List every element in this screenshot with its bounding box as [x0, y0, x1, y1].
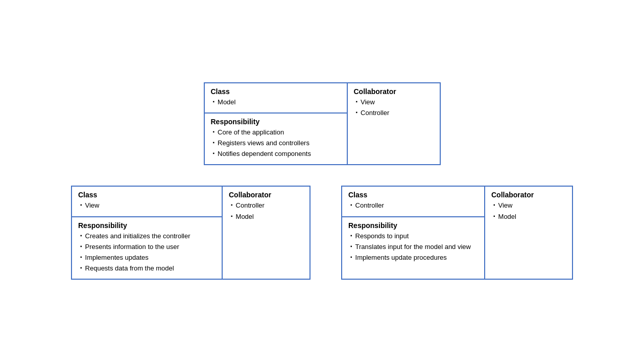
controller-resp-3-text: Implements update procedures — [355, 253, 447, 262]
model-class-section: Class ▪ Model — [205, 83, 347, 114]
view-resp-3: ▪ Implementes updates — [78, 253, 216, 262]
bullet-icon: ▪ — [80, 265, 82, 270]
model-collaborator-section: Collaborator ▪ View ▪ Controller — [348, 83, 440, 123]
view-class-item: ▪ View — [78, 201, 216, 210]
view-resp-3-text: Implementes updates — [85, 253, 149, 262]
view-collaborator-section: Collaborator ▪ Controller ▪ Model — [223, 187, 309, 227]
controller-resp-3: ▪ Implements update procedures — [348, 253, 478, 262]
bullet-icon: ▪ — [231, 202, 233, 208]
controller-resp-1-text: Responds to input — [355, 232, 409, 241]
controller-resp-1: ▪ Responds to input — [348, 232, 478, 241]
view-resp-4: ▪ Requests data from the model — [78, 264, 216, 273]
view-resp-1: ▪ Creates and initializes the controller — [78, 232, 216, 241]
view-class-title: Class — [78, 191, 216, 199]
model-card-left: Class ▪ Model Responsibility ▪ Core of t… — [205, 83, 348, 165]
model-collab-2-text: Controller — [361, 108, 389, 118]
controller-responsibility-title: Responsibility — [348, 221, 478, 230]
view-resp-1-text: Creates and initializes the controller — [85, 232, 190, 241]
controller-card-left: Class ▪ Controller Responsibility ▪ Resp… — [342, 187, 485, 279]
controller-class-section: Class ▪ Controller — [342, 187, 484, 217]
view-resp-4-text: Requests data from the model — [85, 264, 174, 273]
bullet-icon: ▪ — [350, 243, 352, 249]
bullet-icon: ▪ — [356, 109, 358, 115]
controller-collaborator-title: Collaborator — [491, 191, 566, 199]
bullet-icon: ▪ — [213, 129, 215, 134]
controller-resp-2: ▪ Translates input for the model and vie… — [348, 242, 478, 252]
view-collab-1-text: Controller — [236, 201, 265, 210]
bullet-icon: ▪ — [350, 202, 352, 208]
controller-class-item: ▪ Controller — [348, 201, 478, 210]
view-collaborator-title: Collaborator — [229, 191, 303, 199]
model-resp-1-text: Core of the application — [218, 128, 284, 137]
bullet-icon: ▪ — [80, 233, 82, 238]
model-responsibility-title: Responsibility — [211, 118, 341, 126]
view-class-section: Class ▪ View — [72, 187, 222, 217]
bullet-icon: ▪ — [493, 213, 495, 219]
bullet-icon: ▪ — [350, 254, 352, 260]
controller-class-title: Class — [348, 191, 478, 199]
model-card: Class ▪ Model Responsibility ▪ Core of t… — [204, 82, 441, 166]
model-resp-1: ▪ Core of the application — [211, 128, 341, 137]
view-resp-2-text: Presents information to the user — [85, 242, 179, 252]
model-resp-2: ▪ Registers views and controllers — [211, 139, 341, 148]
bullet-icon: ▪ — [493, 202, 495, 208]
controller-card-right: Collaborator ▪ View ▪ Model — [485, 187, 572, 279]
controller-resp-2-text: Translates input for the model and view — [355, 242, 471, 252]
view-collab-2: ▪ Model — [229, 212, 303, 221]
view-card-left: Class ▪ View Responsibility ▪ Creates an… — [72, 187, 223, 279]
model-card-right: Collaborator ▪ View ▪ Controller — [348, 83, 440, 165]
bullet-icon: ▪ — [350, 233, 352, 238]
bullet-icon: ▪ — [80, 254, 82, 260]
model-responsibility-section: Responsibility ▪ Core of the application… — [205, 114, 347, 165]
model-collab-1: ▪ View — [354, 98, 434, 107]
controller-collaborator-section: Collaborator ▪ View ▪ Model — [485, 187, 572, 227]
controller-collab-2-text: Model — [498, 212, 516, 221]
bullet-icon: ▪ — [213, 99, 215, 104]
model-resp-3: ▪ Notifies dependent components — [211, 149, 341, 159]
view-responsibility-title: Responsibility — [78, 221, 216, 230]
model-class-item: ▪ Model — [211, 98, 341, 107]
bullet-icon: ▪ — [80, 202, 82, 208]
model-collaborator-title: Collaborator — [354, 87, 434, 96]
bullet-icon: ▪ — [80, 243, 82, 249]
view-card: Class ▪ View Responsibility ▪ Creates an… — [71, 186, 311, 280]
view-responsibility-section: Responsibility ▪ Creates and initializes… — [72, 217, 222, 279]
view-collab-2-text: Model — [236, 212, 254, 221]
model-class-title: Class — [211, 87, 341, 96]
bullet-icon: ▪ — [213, 140, 215, 145]
controller-collab-2: ▪ Model — [491, 212, 566, 221]
model-resp-2-text: Registers views and controllers — [218, 139, 309, 148]
diagram-container: Class ▪ Model Responsibility ▪ Core of t… — [61, 72, 583, 290]
controller-collab-1-text: View — [498, 201, 513, 210]
model-collab-1-text: View — [361, 98, 375, 107]
model-class-item-text: Model — [218, 98, 235, 107]
view-card-right: Collaborator ▪ Controller ▪ Model — [223, 187, 309, 279]
bottom-row: Class ▪ View Responsibility ▪ Creates an… — [71, 186, 573, 280]
controller-card: Class ▪ Controller Responsibility ▪ Resp… — [341, 186, 573, 280]
model-collab-2: ▪ Controller — [354, 108, 434, 118]
view-class-item-text: View — [85, 201, 100, 210]
controller-collab-1: ▪ View — [491, 201, 566, 210]
bullet-icon: ▪ — [213, 150, 215, 156]
controller-responsibility-section: Responsibility ▪ Responds to input ▪ Tra… — [342, 217, 484, 268]
view-collab-1: ▪ Controller — [229, 201, 303, 210]
bullet-icon: ▪ — [231, 213, 233, 219]
controller-class-item-text: Controller — [355, 201, 384, 210]
view-resp-2: ▪ Presents information to the user — [78, 242, 216, 252]
bullet-icon: ▪ — [356, 99, 358, 104]
model-resp-3-text: Notifies dependent components — [218, 149, 311, 159]
